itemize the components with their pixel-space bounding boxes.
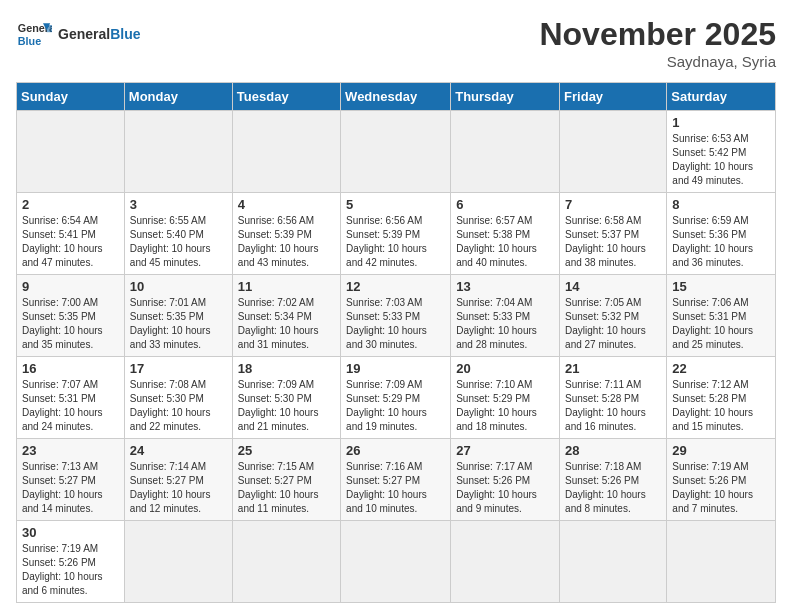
calendar-cell: 22Sunrise: 7:12 AM Sunset: 5:28 PM Dayli… [667, 357, 776, 439]
calendar-cell [451, 111, 560, 193]
day-number: 6 [456, 197, 554, 212]
calendar-cell: 28Sunrise: 7:18 AM Sunset: 5:26 PM Dayli… [560, 439, 667, 521]
calendar-cell: 15Sunrise: 7:06 AM Sunset: 5:31 PM Dayli… [667, 275, 776, 357]
day-number: 27 [456, 443, 554, 458]
day-number: 24 [130, 443, 227, 458]
calendar-cell: 25Sunrise: 7:15 AM Sunset: 5:27 PM Dayli… [232, 439, 340, 521]
day-number: 3 [130, 197, 227, 212]
calendar-cell [667, 521, 776, 603]
logo: General Blue GeneralBlue [16, 16, 140, 52]
calendar-cell: 12Sunrise: 7:03 AM Sunset: 5:33 PM Dayli… [341, 275, 451, 357]
day-number: 9 [22, 279, 119, 294]
calendar-cell: 11Sunrise: 7:02 AM Sunset: 5:34 PM Dayli… [232, 275, 340, 357]
day-info: Sunrise: 6:59 AM Sunset: 5:36 PM Dayligh… [672, 214, 770, 270]
day-number: 26 [346, 443, 445, 458]
calendar-week-row: 1Sunrise: 6:53 AM Sunset: 5:42 PM Daylig… [17, 111, 776, 193]
svg-text:Blue: Blue [18, 35, 41, 47]
day-number: 4 [238, 197, 335, 212]
title-block: November 2025 Saydnaya, Syria [539, 16, 776, 70]
day-number: 21 [565, 361, 661, 376]
weekday-header-friday: Friday [560, 83, 667, 111]
day-info: Sunrise: 7:18 AM Sunset: 5:26 PM Dayligh… [565, 460, 661, 516]
calendar-cell: 30Sunrise: 7:19 AM Sunset: 5:26 PM Dayli… [17, 521, 125, 603]
day-info: Sunrise: 7:02 AM Sunset: 5:34 PM Dayligh… [238, 296, 335, 352]
calendar-cell [341, 521, 451, 603]
day-number: 17 [130, 361, 227, 376]
weekday-header-thursday: Thursday [451, 83, 560, 111]
calendar-cell: 1Sunrise: 6:53 AM Sunset: 5:42 PM Daylig… [667, 111, 776, 193]
calendar-cell: 6Sunrise: 6:57 AM Sunset: 5:38 PM Daylig… [451, 193, 560, 275]
weekday-header-sunday: Sunday [17, 83, 125, 111]
calendar-cell: 8Sunrise: 6:59 AM Sunset: 5:36 PM Daylig… [667, 193, 776, 275]
day-number: 29 [672, 443, 770, 458]
calendar-cell: 21Sunrise: 7:11 AM Sunset: 5:28 PM Dayli… [560, 357, 667, 439]
day-info: Sunrise: 7:13 AM Sunset: 5:27 PM Dayligh… [22, 460, 119, 516]
svg-marker-3 [47, 25, 52, 32]
day-info: Sunrise: 7:03 AM Sunset: 5:33 PM Dayligh… [346, 296, 445, 352]
calendar-cell [232, 521, 340, 603]
day-info: Sunrise: 7:04 AM Sunset: 5:33 PM Dayligh… [456, 296, 554, 352]
day-info: Sunrise: 6:55 AM Sunset: 5:40 PM Dayligh… [130, 214, 227, 270]
calendar-cell: 10Sunrise: 7:01 AM Sunset: 5:35 PM Dayli… [124, 275, 232, 357]
weekday-header-tuesday: Tuesday [232, 83, 340, 111]
calendar-cell: 4Sunrise: 6:56 AM Sunset: 5:39 PM Daylig… [232, 193, 340, 275]
logo-blue: Blue [110, 26, 140, 42]
day-info: Sunrise: 7:15 AM Sunset: 5:27 PM Dayligh… [238, 460, 335, 516]
day-number: 19 [346, 361, 445, 376]
calendar-week-row: 9Sunrise: 7:00 AM Sunset: 5:35 PM Daylig… [17, 275, 776, 357]
calendar-cell: 14Sunrise: 7:05 AM Sunset: 5:32 PM Dayli… [560, 275, 667, 357]
day-info: Sunrise: 7:12 AM Sunset: 5:28 PM Dayligh… [672, 378, 770, 434]
calendar-cell [232, 111, 340, 193]
calendar-week-row: 23Sunrise: 7:13 AM Sunset: 5:27 PM Dayli… [17, 439, 776, 521]
calendar-cell: 16Sunrise: 7:07 AM Sunset: 5:31 PM Dayli… [17, 357, 125, 439]
day-info: Sunrise: 7:14 AM Sunset: 5:27 PM Dayligh… [130, 460, 227, 516]
day-info: Sunrise: 7:19 AM Sunset: 5:26 PM Dayligh… [672, 460, 770, 516]
calendar-cell: 20Sunrise: 7:10 AM Sunset: 5:29 PM Dayli… [451, 357, 560, 439]
day-number: 8 [672, 197, 770, 212]
day-number: 5 [346, 197, 445, 212]
day-number: 2 [22, 197, 119, 212]
weekday-header-monday: Monday [124, 83, 232, 111]
calendar-cell: 5Sunrise: 6:56 AM Sunset: 5:39 PM Daylig… [341, 193, 451, 275]
calendar-cell: 29Sunrise: 7:19 AM Sunset: 5:26 PM Dayli… [667, 439, 776, 521]
day-number: 30 [22, 525, 119, 540]
day-number: 15 [672, 279, 770, 294]
day-number: 23 [22, 443, 119, 458]
day-info: Sunrise: 7:07 AM Sunset: 5:31 PM Dayligh… [22, 378, 119, 434]
day-number: 25 [238, 443, 335, 458]
calendar-cell: 23Sunrise: 7:13 AM Sunset: 5:27 PM Dayli… [17, 439, 125, 521]
calendar-cell: 3Sunrise: 6:55 AM Sunset: 5:40 PM Daylig… [124, 193, 232, 275]
day-number: 18 [238, 361, 335, 376]
day-number: 7 [565, 197, 661, 212]
calendar-cell [124, 111, 232, 193]
day-number: 14 [565, 279, 661, 294]
calendar-cell: 2Sunrise: 6:54 AM Sunset: 5:41 PM Daylig… [17, 193, 125, 275]
day-info: Sunrise: 7:01 AM Sunset: 5:35 PM Dayligh… [130, 296, 227, 352]
calendar-cell: 7Sunrise: 6:58 AM Sunset: 5:37 PM Daylig… [560, 193, 667, 275]
day-number: 20 [456, 361, 554, 376]
day-info: Sunrise: 7:05 AM Sunset: 5:32 PM Dayligh… [565, 296, 661, 352]
day-info: Sunrise: 7:11 AM Sunset: 5:28 PM Dayligh… [565, 378, 661, 434]
day-info: Sunrise: 7:06 AM Sunset: 5:31 PM Dayligh… [672, 296, 770, 352]
calendar-cell [17, 111, 125, 193]
calendar-cell: 18Sunrise: 7:09 AM Sunset: 5:30 PM Dayli… [232, 357, 340, 439]
calendar-week-row: 16Sunrise: 7:07 AM Sunset: 5:31 PM Dayli… [17, 357, 776, 439]
day-info: Sunrise: 7:09 AM Sunset: 5:29 PM Dayligh… [346, 378, 445, 434]
page-header: General Blue GeneralBlue November 2025 S… [16, 16, 776, 70]
location: Saydnaya, Syria [539, 53, 776, 70]
weekday-header-wednesday: Wednesday [341, 83, 451, 111]
calendar-cell [560, 111, 667, 193]
logo-icon: General Blue [16, 16, 52, 52]
day-number: 28 [565, 443, 661, 458]
day-info: Sunrise: 6:56 AM Sunset: 5:39 PM Dayligh… [346, 214, 445, 270]
weekday-header-saturday: Saturday [667, 83, 776, 111]
weekday-header-row: SundayMondayTuesdayWednesdayThursdayFrid… [17, 83, 776, 111]
calendar-cell: 17Sunrise: 7:08 AM Sunset: 5:30 PM Dayli… [124, 357, 232, 439]
day-number: 11 [238, 279, 335, 294]
calendar-cell [451, 521, 560, 603]
calendar-cell [560, 521, 667, 603]
day-info: Sunrise: 7:19 AM Sunset: 5:26 PM Dayligh… [22, 542, 119, 598]
calendar-cell: 19Sunrise: 7:09 AM Sunset: 5:29 PM Dayli… [341, 357, 451, 439]
logo-general: General [58, 26, 110, 42]
day-info: Sunrise: 6:57 AM Sunset: 5:38 PM Dayligh… [456, 214, 554, 270]
